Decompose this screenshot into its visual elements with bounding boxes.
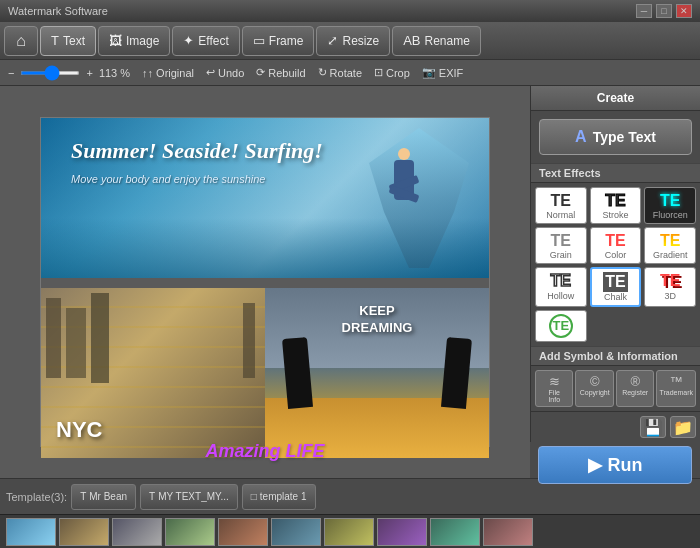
template-mrbean-icon: T <box>80 491 86 502</box>
effect-color[interactable]: TE Color <box>590 227 642 264</box>
undo-label: Undo <box>218 67 244 79</box>
image-tool-icon: 🖼 <box>109 33 122 48</box>
undo-icon: ↩ <box>206 66 215 79</box>
crop-label: Crop <box>386 67 410 79</box>
effect-stroke[interactable]: TE Stroke <box>590 187 642 224</box>
thumb-10[interactable] <box>483 518 533 546</box>
effect-normal-label: Normal <box>546 210 575 220</box>
amazing-text: Amazing LIFE <box>205 441 324 462</box>
thumb-3[interactable] <box>112 518 162 546</box>
resize-tool-button[interactable]: ⤢ Resize <box>316 26 390 56</box>
effect-color-preview: TE <box>605 231 625 250</box>
symbol-dynamic[interactable]: ≋ FileInfo <box>535 370 573 408</box>
zoom-plus-icon[interactable]: + <box>86 67 92 79</box>
template-template1-icon: □ <box>251 491 257 502</box>
effect-normal[interactable]: TE Normal <box>535 187 587 224</box>
rename-tool-button[interactable]: AB Rename <box>392 26 481 56</box>
crop-button[interactable]: ⊡ Crop <box>374 66 410 79</box>
symbol-copyright[interactable]: © Copyright <box>575 370 613 408</box>
summer-text: Summer! Seaside! Surfing! <box>71 138 323 164</box>
thumb-5[interactable] <box>218 518 268 546</box>
effect-hollow[interactable]: TE Hollow <box>535 267 587 306</box>
crop-icon: ⊡ <box>374 66 383 79</box>
original-button[interactable]: ↑↑ Original <box>142 67 194 79</box>
close-btn[interactable]: ✕ <box>676 4 692 18</box>
canvas-content: Summer! Seaside! Surfing! Move your body… <box>40 117 490 447</box>
title-bar: Watermark Software ─ □ ✕ <box>0 0 700 22</box>
rebuild-label: Rebuild <box>268 67 305 79</box>
thumb-7[interactable] <box>324 518 374 546</box>
resize-tool-icon: ⤢ <box>327 33 338 48</box>
effect-3d[interactable]: TE 3D <box>644 267 696 306</box>
effect-fluor-preview: TE <box>658 191 682 210</box>
thumbnail-strip <box>0 514 700 548</box>
canvas-area: Summer! Seaside! Surfing! Move your body… <box>0 86 530 478</box>
secondary-toolbar: − + 113 % ↑↑ Original ↩ Undo ⟳ Rebuild ↻… <box>0 60 700 86</box>
image-tool-button[interactable]: 🖼 Image <box>98 26 170 56</box>
run-button[interactable]: ▶ Run <box>538 446 692 484</box>
rotate-icon: ↻ <box>318 66 327 79</box>
effect-grain[interactable]: TE Grain <box>535 227 587 264</box>
image-tool-label: Image <box>126 34 159 48</box>
original-icon: ↑↑ <box>142 67 153 79</box>
nyc-text: NYC <box>56 417 102 443</box>
effect-fluor[interactable]: TE Fluorcen <box>644 187 696 224</box>
symbol-register[interactable]: ® Register <box>616 370 654 408</box>
template-mrbean-label: Mr Bean <box>89 491 127 502</box>
thumb-2[interactable] <box>59 518 109 546</box>
frame-tool-button[interactable]: ▭ Frame <box>242 26 315 56</box>
template-mrbean[interactable]: T Mr Bean <box>71 484 136 510</box>
save-button[interactable]: 💾 <box>640 416 666 438</box>
dynamic-icon: ≋ <box>549 374 560 390</box>
exif-button[interactable]: 📷 EXIF <box>422 66 463 79</box>
zoom-slider[interactable] <box>20 71 80 75</box>
effect-chalk-label: Chalk <box>604 292 627 302</box>
effect-gradient-preview: TE <box>660 231 680 250</box>
text-effects-title: Text Effects <box>531 163 700 183</box>
effect-gradient[interactable]: TE Gradient <box>644 227 696 264</box>
rename-tool-label: Rename <box>425 34 470 48</box>
effect-gradient-label: Gradient <box>653 250 688 260</box>
folder-button[interactable]: 📁 <box>670 416 696 438</box>
rebuild-button[interactable]: ⟳ Rebuild <box>256 66 305 79</box>
thumb-4[interactable] <box>165 518 215 546</box>
effect-grain-preview: TE <box>551 231 571 250</box>
register-label: Register <box>622 389 648 396</box>
text-tool-button[interactable]: T Text <box>40 26 96 56</box>
right-panel-wrapper: Create A Type Text Text Effects TE Norma… <box>530 86 700 478</box>
thumb-8[interactable] <box>377 518 427 546</box>
symbol-trademark[interactable]: ™ Trademark <box>656 370 696 408</box>
original-label: Original <box>156 67 194 79</box>
type-text-button[interactable]: A Type Text <box>539 119 692 155</box>
app-title: Watermark Software <box>8 5 108 17</box>
template-mytext[interactable]: T MY TEXT_MY... <box>140 484 238 510</box>
template-mytext-icon: T <box>149 491 155 502</box>
panel-actions: 💾 📁 <box>531 411 700 442</box>
effect-chalk[interactable]: TE Chalk <box>590 267 642 306</box>
minimize-btn[interactable]: ─ <box>636 4 652 18</box>
effect-hollow-preview: TE <box>551 271 571 290</box>
zoom-minus-icon[interactable]: − <box>8 67 14 79</box>
right-panel: Create A Type Text Text Effects TE Norma… <box>530 86 700 442</box>
effect-hollow-label: Hollow <box>547 291 574 301</box>
canvas-bottom: NYC KEEPDREAMING <box>41 288 489 458</box>
rotate-button[interactable]: ↻ Rotate <box>318 66 362 79</box>
rename-tool-icon: AB <box>403 33 420 48</box>
effect-symbol-preview: TE <box>549 314 573 338</box>
register-icon: ® <box>630 374 640 390</box>
main-toolbar: ⌂ T Text 🖼 Image ✦ Effect ▭ Frame ⤢ Resi… <box>0 22 700 60</box>
maximize-btn[interactable]: □ <box>656 4 672 18</box>
effect-tool-icon: ✦ <box>183 33 194 48</box>
copyright-label: Copyright <box>580 389 610 396</box>
undo-button[interactable]: ↩ Undo <box>206 66 244 79</box>
template-template1[interactable]: □ template 1 <box>242 484 316 510</box>
effect-symbol[interactable]: TE <box>535 310 587 342</box>
resize-tool-label: Resize <box>342 34 379 48</box>
effect-tool-button[interactable]: ✦ Effect <box>172 26 239 56</box>
home-button[interactable]: ⌂ <box>4 26 38 56</box>
copyright-icon: © <box>590 374 600 390</box>
thumb-1[interactable] <box>6 518 56 546</box>
thumb-9[interactable] <box>430 518 480 546</box>
thumb-6[interactable] <box>271 518 321 546</box>
zoom-value: 113 % <box>99 67 130 79</box>
